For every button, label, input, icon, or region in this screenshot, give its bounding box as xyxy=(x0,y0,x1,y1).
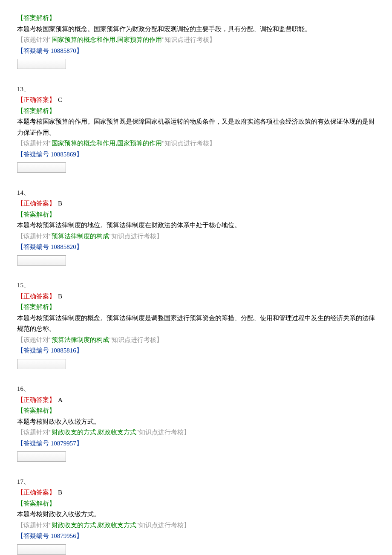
analysis-label: 【答案解析】 xyxy=(17,498,375,509)
question-number: 17、 xyxy=(17,477,375,488)
placeholder-box xyxy=(17,359,66,369)
qa-number: 【答疑编号 10885870】 xyxy=(17,46,375,57)
question-number: 13、 xyxy=(17,84,375,95)
knowledge-point: 【该题针对"国家预算的概念和作用,国家预算的作用"知识点进行考核】 xyxy=(17,138,375,149)
answer-block-12: 【答案解析】 本题考核国家预算的概念。国家预算作为财政分配和宏观调控的主要手段，… xyxy=(17,13,375,81)
analysis-text: 本题考核预算法律制度的地位。预算法律制度在财政法的体系中处于核心地位。 xyxy=(17,220,375,231)
qa-number: 【答疑编号 10885820】 xyxy=(17,242,375,253)
question-number: 16、 xyxy=(17,384,375,395)
analysis-label: 【答案解析】 xyxy=(17,13,375,24)
analysis-label: 【答案解析】 xyxy=(17,302,375,313)
answer-block-13: 13、 【正确答案】C 【答案解析】 本题考核国家预算的作用。国家预算既是保障国… xyxy=(17,84,375,184)
placeholder-box xyxy=(17,255,66,266)
analysis-label: 【答案解析】 xyxy=(17,405,375,416)
knowledge-point: 【该题针对"预算法律制度的构成"知识点进行考核】 xyxy=(17,231,375,242)
knowledge-point: 【该题针对"预算法律制度的构成"知识点进行考核】 xyxy=(17,335,375,346)
analysis-text: 本题考核预算法律制度的概念。预算法律制度是调整国家进行预算资金的筹措、分配、使用… xyxy=(17,313,375,335)
qa-number: 【答疑编号 10879956】 xyxy=(17,531,375,542)
analysis-text: 本题考核国家预算的作用。国家预算既是保障国家机器运转的物质条件，又是政府实施各项… xyxy=(17,116,375,138)
placeholder-box xyxy=(17,59,66,69)
analysis-text: 本题考核财政收入收缴方式。 xyxy=(17,509,375,520)
analysis-label: 【答案解析】 xyxy=(17,106,375,117)
answer-block-16: 16、 【正确答案】A 【答案解析】 本题考核财政收入收缴方式。 【该题针对"财… xyxy=(17,384,375,473)
knowledge-point: 【该题针对"财政收支的方式,财政收支方式"知识点进行考核】 xyxy=(17,427,375,438)
qa-number: 【答疑编号 10885869】 xyxy=(17,149,375,160)
correct-answer-line: 【正确答案】B xyxy=(17,198,375,209)
knowledge-point: 【该题针对"财政收支的方式,财政收支方式"知识点进行考核】 xyxy=(17,520,375,531)
placeholder-box xyxy=(17,544,66,555)
analysis-label: 【答案解析】 xyxy=(17,209,375,220)
analysis-text: 本题考核国家预算的概念。国家预算作为财政分配和宏观调控的主要手段，具有分配、调控… xyxy=(17,24,375,35)
question-number: 15、 xyxy=(17,280,375,291)
correct-answer-line: 【正确答案】C xyxy=(17,95,375,106)
correct-answer-line: 【正确答案】B xyxy=(17,487,375,498)
answer-block-17: 17、 【正确答案】B 【答案解析】 本题考核财政收入收缴方式。 【该题针对"财… xyxy=(17,477,375,555)
answer-block-14: 14、 【正确答案】B 【答案解析】 本题考核预算法律制度的地位。预算法律制度在… xyxy=(17,188,375,277)
correct-answer-line: 【正确答案】A xyxy=(17,395,375,406)
answer-block-15: 15、 【正确答案】B 【答案解析】 本题考核预算法律制度的概念。预算法律制度是… xyxy=(17,280,375,380)
qa-number: 【答疑编号 10885816】 xyxy=(17,345,375,356)
analysis-text: 本题考核财政收入收缴方式。 xyxy=(17,416,375,428)
knowledge-point: 【该题针对"国家预算的概念和作用,国家预算的作用"知识点进行考核】 xyxy=(17,35,375,46)
placeholder-box xyxy=(17,451,66,462)
placeholder-box xyxy=(17,162,66,173)
correct-answer-line: 【正确答案】B xyxy=(17,291,375,302)
qa-number: 【答疑编号 10879957】 xyxy=(17,438,375,449)
question-number: 14、 xyxy=(17,188,375,199)
